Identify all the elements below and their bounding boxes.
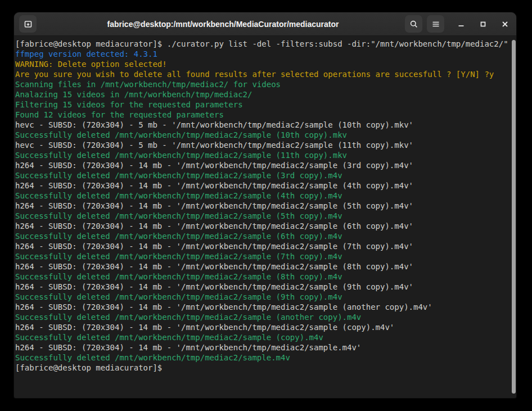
- minimize-button[interactable]: [454, 17, 468, 31]
- desktop-background: fabrice@desktop:/mnt/workbench/MediaCura…: [0, 0, 532, 411]
- terminal-line: h264 - SUBSD: (720x304) - 14 mb - '/mnt/…: [15, 221, 515, 231]
- terminal-line: Successfully deleted /mnt/workbench/tmp/…: [15, 312, 515, 322]
- terminal-line: h264 - SUBSD: (720x304) - 14 mb - '/mnt/…: [15, 241, 515, 251]
- terminal-line: Analazing 15 videos in /mnt/workbench/tm…: [15, 89, 515, 100]
- terminal-line: Successfully deleted /mnt/workbench/tmp/…: [15, 191, 515, 201]
- new-tab-icon: [24, 20, 33, 29]
- scrollbar-thumb[interactable]: [512, 40, 516, 394]
- maximize-button[interactable]: [476, 17, 490, 31]
- minimize-icon: [457, 20, 466, 29]
- terminal-line: h264 - SUBSD: (720x304) - 14 mb - '/mnt/…: [15, 342, 515, 353]
- terminal-line: Successfully deleted /mnt/workbench/tmp/…: [15, 211, 515, 221]
- terminal-line: Successfully deleted /mnt/workbench/tmp/…: [15, 251, 515, 261]
- terminal-line: h264 - SUBSD: (720x304) - 14 mb - '/mnt/…: [15, 180, 515, 191]
- terminal-line: ffmpeg version detected: 4.3.1: [15, 49, 515, 59]
- terminal-line: Successfully deleted /mnt/workbench/tmp/…: [15, 272, 515, 282]
- terminal-line: h264 - SUBSD: (720x304) - 14 mb - '/mnt/…: [15, 201, 515, 211]
- terminal-line: Are you sure you wish to delete all foun…: [15, 69, 515, 79]
- new-tab-button[interactable]: [19, 15, 37, 33]
- terminal-line: h264 - SUBSD: (720x304) - 14 mb - '/mnt/…: [15, 302, 515, 312]
- terminal-line: h264 - SUBSD: (720x304) - 14 mb - '/mnt/…: [15, 261, 515, 272]
- titlebar[interactable]: fabrice@desktop:/mnt/workbench/MediaCura…: [14, 12, 516, 36]
- terminal-line: h264 - SUBSD: (720x304) - 14 mb - '/mnt/…: [15, 160, 515, 170]
- maximize-icon: [479, 20, 488, 29]
- terminal-line: h264 - SUBSD: (720x304) - 14 mb - '/mnt/…: [15, 322, 515, 332]
- terminal-line: [fabrice@desktop mediacurator]$ ./curato…: [15, 39, 515, 49]
- terminal-line: Successfully deleted /mnt/workbench/tmp/…: [15, 332, 515, 342]
- terminal-line: WARNING: Delete option selected!: [15, 59, 515, 69]
- terminal-line: Successfully deleted /mnt/workbench/tmp/…: [15, 150, 515, 160]
- window-title: fabrice@desktop:/mnt/workbench/MediaCura…: [59, 12, 387, 35]
- search-button[interactable]: [405, 15, 422, 33]
- terminal-line: Successfully deleted /mnt/workbench/tmp/…: [15, 231, 515, 241]
- terminal-line: Scanning files in /mnt/workbench/tmp/med…: [15, 79, 515, 89]
- terminal-window: fabrice@desktop:/mnt/workbench/MediaCura…: [14, 12, 516, 398]
- terminal-line: Successfully deleted /mnt/workbench/tmp/…: [15, 130, 515, 140]
- terminal-line: h264 - SUBSD: (720x304) - 14 mb - '/mnt/…: [15, 282, 515, 292]
- terminal-line: Filtering 15 videos for the requested pa…: [15, 100, 515, 110]
- terminal-line: Found 12 videos for the requested parame…: [15, 110, 515, 120]
- terminal-line: Successfully deleted /mnt/workbench/tmp/…: [15, 353, 515, 363]
- close-button[interactable]: [498, 17, 512, 31]
- terminal-screen[interactable]: [fabrice@desktop mediacurator]$ ./curato…: [14, 35, 516, 398]
- terminal-line: hevc - SUBSD: (720x304) - 5 mb - '/mnt/w…: [15, 120, 515, 130]
- terminal-line: [fabrice@desktop mediacurator]$: [15, 363, 515, 373]
- menu-button[interactable]: [427, 15, 444, 33]
- terminal-line: Successfully deleted /mnt/workbench/tmp/…: [15, 292, 515, 302]
- hamburger-menu-icon: [431, 20, 440, 29]
- terminal-line: Successfully deleted /mnt/workbench/tmp/…: [15, 170, 515, 180]
- close-icon: [501, 20, 510, 29]
- search-icon: [409, 20, 418, 29]
- terminal-line: hevc - SUBSD: (720x304) - 5 mb - '/mnt/w…: [15, 140, 515, 150]
